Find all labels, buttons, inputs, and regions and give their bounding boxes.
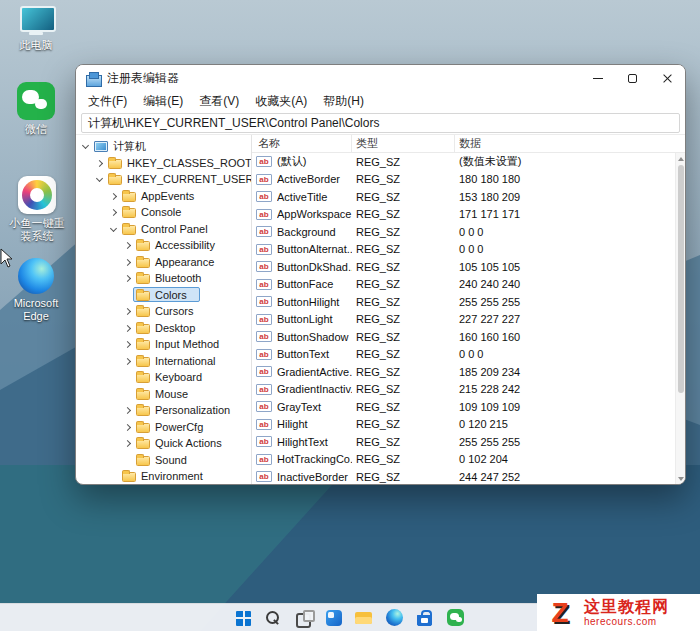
registry-row[interactable]: abButtonTextREG_SZ0 0 0 [252,346,685,364]
column-header-name[interactable]: 名称 [252,135,352,152]
tree-item-label: Bluetooth [153,272,201,284]
registry-row[interactable]: abButtonAlternat...REG_SZ0 0 0 [252,241,685,259]
registry-row[interactable]: abBackgroundREG_SZ0 0 0 [252,223,685,241]
chevron-down-icon[interactable] [80,140,91,152]
registry-row[interactable]: abButtonHilightREG_SZ255 255 255 [252,293,685,311]
registry-row[interactable]: abInactiveBorderREG_SZ244 247 252 [252,468,685,485]
desktop-icon-wechat[interactable]: 微信 [6,82,66,136]
registry-row[interactable]: abAppWorkspaceREG_SZ171 171 171 [252,206,685,224]
registry-row[interactable]: abGrayTextREG_SZ109 109 109 [252,398,685,416]
tree-item-input-method[interactable]: Input Method [76,336,251,353]
string-value-icon: ab [256,454,272,465]
tree-item-desktop[interactable]: Desktop [76,320,251,337]
menu-view[interactable]: 查看(V) [191,93,247,110]
titlebar[interactable]: 注册表编辑器 [76,65,685,91]
tree-item-hkey-current-user[interactable]: HKEY_CURRENT_USER [76,171,251,188]
tree-item-colors[interactable]: Colors [76,287,251,304]
tree-item-international[interactable]: International [76,353,251,370]
string-value-icon: ab [256,226,272,237]
chevron-right-icon[interactable] [108,190,119,202]
desktop-icon-this-pc[interactable]: 此电脑 [8,6,64,52]
tree-item-control-panel[interactable]: Control Panel [76,221,251,238]
widgets-icon[interactable] [326,610,342,626]
tree-item-hkey-classes-root[interactable]: HKEY_CLASSES_ROOT [76,155,251,172]
close-button[interactable] [650,65,685,91]
value-data: 180 180 180 [455,173,685,185]
tree-item-powercfg[interactable]: PowerCfg [76,419,251,436]
registry-row[interactable]: abHotTrackingCo...REG_SZ0 102 204 [252,451,685,469]
watermark-texts: 这里教程网 herecours.com [584,597,669,628]
menu-file[interactable]: 文件(F) [80,93,135,110]
chevron-down-icon[interactable] [94,173,105,185]
maximize-button[interactable] [615,65,650,91]
tree-item-computer[interactable]: 计算机 [76,138,251,155]
tree-item-sound[interactable]: Sound [76,452,251,469]
registry-row[interactable]: abHilightREG_SZ0 120 215 [252,416,685,434]
tree-item-appevents[interactable]: AppEvents [76,188,251,205]
chevron-right-icon[interactable] [108,206,119,218]
chevron-right-icon[interactable] [122,355,133,367]
registry-row[interactable]: abGradientInactiv...REG_SZ215 228 242 [252,381,685,399]
store-icon[interactable] [416,609,434,627]
address-input[interactable]: 计算机\HKEY_CURRENT_USER\Control Panel\Colo… [81,113,680,133]
tree-item-accessibility[interactable]: Accessibility [76,237,251,254]
chevron-right-icon[interactable] [122,404,133,416]
folder-icon [136,456,150,466]
chevron-right-icon[interactable] [94,157,105,169]
menu-help[interactable]: 帮助(H) [315,93,372,110]
chevron-right-icon[interactable] [122,437,133,449]
mouse-cursor [0,248,14,268]
chevron-right-icon[interactable] [122,322,133,334]
chevron-right-icon[interactable] [122,305,133,317]
chevron-right-icon[interactable] [122,256,133,268]
tree-item-label: Console [139,206,181,218]
chevron-down-icon[interactable] [108,223,119,235]
menu-favorites[interactable]: 收藏夹(A) [247,93,315,110]
desktop: 此电脑微信小鱼一键重装系统Microsoft Edge 注册表编辑器 文件(F)… [0,0,700,631]
desktop-icon-label: 微信 [25,123,47,136]
value-type: REG_SZ [352,383,455,395]
chevron-right-icon[interactable] [122,421,133,433]
registry-row[interactable]: abActiveTitleREG_SZ153 180 209 [252,188,685,206]
registry-row[interactable]: abButtonFaceREG_SZ240 240 240 [252,276,685,294]
desktop-icon-xiaoyu-reinstall[interactable]: 小鱼一键重装系统 [5,176,69,243]
microsoft-edge-icon [18,258,54,294]
tree-item-mouse[interactable]: Mouse [76,386,251,403]
tree-item-label: Colors [153,289,187,301]
tree-item-label: Input Method [153,338,219,350]
registry-row[interactable]: abActiveBorderREG_SZ180 180 180 [252,171,685,189]
chevron-right-icon[interactable] [122,239,133,251]
scrollbar-thumb[interactable] [678,165,684,393]
tree-item-bluetooth[interactable]: Bluetooth [76,270,251,287]
registry-row[interactable]: abButtonDkShad...REG_SZ105 105 105 [252,258,685,276]
registry-row[interactable]: abGradientActive...REG_SZ185 209 234 [252,363,685,381]
edge-icon[interactable] [386,609,403,626]
string-value-icon: ab [256,156,272,167]
registry-row[interactable]: ab(默认)REG_SZ(数值未设置) [252,153,685,171]
tree-item-keyboard[interactable]: Keyboard [76,369,251,386]
column-header-type[interactable]: 类型 [352,135,455,152]
tree-item-cursors[interactable]: Cursors [76,303,251,320]
vertical-scrollbar[interactable] [675,153,685,485]
chevron-right-icon[interactable] [122,338,133,350]
tree-item-console[interactable]: Console [76,204,251,221]
tree-item-personalization[interactable]: Personalization [76,402,251,419]
start-icon[interactable] [236,611,251,626]
column-header-data[interactable]: 数据 [455,135,685,152]
search-icon[interactable] [264,609,282,627]
file-explorer-icon[interactable] [355,610,373,628]
tree-item-environment[interactable]: Environment [76,468,251,485]
task-view-icon[interactable] [295,609,313,627]
menu-edit[interactable]: 编辑(E) [135,93,191,110]
registry-row[interactable]: abHilightTextREG_SZ255 255 255 [252,433,685,451]
string-value-icon: ab [256,296,272,307]
tree-item-quick-actions[interactable]: Quick Actions [76,435,251,452]
string-value-icon: ab [256,436,272,447]
registry-row[interactable]: abButtonLightREG_SZ227 227 227 [252,311,685,329]
registry-row[interactable]: abButtonShadowREG_SZ160 160 160 [252,328,685,346]
minimize-button[interactable] [580,65,615,91]
wechat-icon[interactable] [447,609,464,626]
tree-item-label: AppEvents [139,190,194,202]
chevron-right-icon[interactable] [122,272,133,284]
tree-item-appearance[interactable]: Appearance [76,254,251,271]
